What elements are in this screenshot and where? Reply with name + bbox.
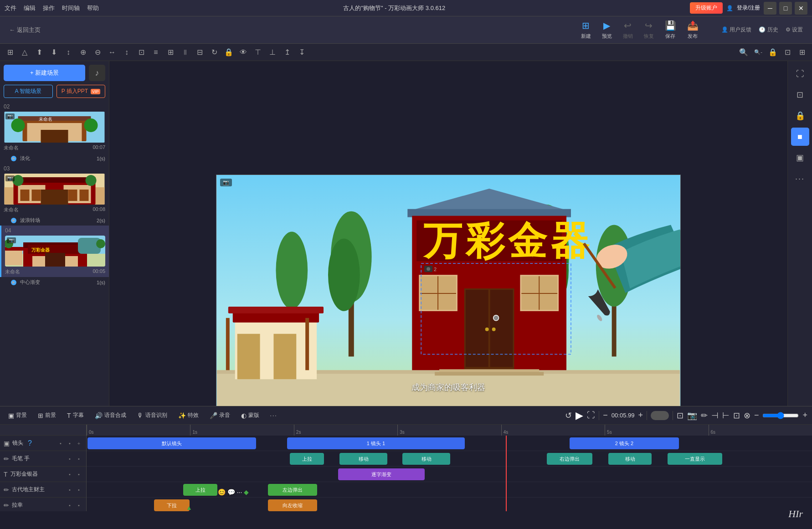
transition-fade[interactable]: ▶ 淡化 1(s) xyxy=(0,153,109,164)
save-button[interactable]: 💾 保存 xyxy=(665,20,676,40)
pb-delete-btn[interactable]: ⊗ xyxy=(744,411,750,421)
ppt-button[interactable]: P 插入PPT VIP xyxy=(57,85,106,98)
track-char-dot1[interactable]: • xyxy=(66,486,73,493)
upgrade-button[interactable]: 升级账户 xyxy=(690,2,723,14)
track-misc-dot1[interactable]: • xyxy=(66,502,73,509)
zoom-out-btn[interactable]: 🔍- xyxy=(752,46,765,59)
back-button[interactable]: ← 返回主页 xyxy=(9,26,41,34)
clip-char-left-spring[interactable]: 左边弹出 xyxy=(268,484,317,496)
flip-v-btn[interactable]: ↕ xyxy=(120,46,133,59)
pb-camera-btn[interactable]: 📷 xyxy=(687,411,697,421)
distribute-h-btn[interactable]: ⫴ xyxy=(179,46,191,59)
rp-fullscreen-btn[interactable]: ⛶ xyxy=(791,65,809,83)
pb-minus-btn[interactable]: − xyxy=(603,411,608,420)
track-char-dot2[interactable]: • xyxy=(75,486,82,493)
rp-more-btn[interactable]: ··· xyxy=(791,169,809,188)
rp-fit-btn[interactable]: ⊡ xyxy=(791,86,809,104)
zoom-in-btn[interactable]: 🔍 xyxy=(737,46,750,59)
tl-mask-btn[interactable]: ◐ 蒙版 xyxy=(237,410,263,421)
tl-fg-btn[interactable]: ⊞ 前景 xyxy=(34,410,60,421)
tl-caption-btn[interactable]: T 字幕 xyxy=(63,410,87,421)
group-btn[interactable]: ⊕ xyxy=(77,46,89,59)
clip-default-camera[interactable]: 默认镜头 xyxy=(87,437,256,449)
pb-split-btn[interactable]: ⊣ xyxy=(711,411,719,421)
pb-play-button[interactable]: ▶ xyxy=(576,410,583,421)
pb-snap-btn[interactable]: ⊡ xyxy=(677,411,684,421)
copy-btn[interactable]: ⊞ xyxy=(4,46,16,59)
music-button[interactable]: ♪ xyxy=(89,65,105,81)
scene-item-04[interactable]: 04 万彩金器 xyxy=(0,226,109,277)
order2-btn[interactable]: ⊥ xyxy=(266,46,279,59)
track-text-dot1[interactable]: • xyxy=(66,471,73,478)
ai-scene-button[interactable]: A 智能场景 xyxy=(4,85,53,98)
track-brush-dot2[interactable]: • xyxy=(75,455,82,462)
rp-panel-btn[interactable]: ▣ xyxy=(791,149,809,167)
track-brush-dot1[interactable]: • xyxy=(66,455,73,462)
undo-button[interactable]: ↩ 撤销 xyxy=(623,20,633,40)
clip-camera-1[interactable]: 1 镜头 1 xyxy=(287,437,465,449)
order4-btn[interactable]: ↧ xyxy=(295,46,308,59)
pb-zoom-out2-btn[interactable]: − xyxy=(754,411,759,420)
clip-brush-move1[interactable]: 移动 xyxy=(339,453,387,465)
maximize-button[interactable]: □ xyxy=(779,2,792,15)
clip-brush-move2[interactable]: 移动 xyxy=(402,453,450,465)
menu-timeline[interactable]: 时间轴 xyxy=(62,4,80,12)
rp-color-btn[interactable]: ■ xyxy=(791,128,809,146)
clip-brush-up[interactable]: 上拉 xyxy=(290,453,324,465)
zoom-slider[interactable] xyxy=(762,412,799,419)
align-bottom-btn[interactable]: ⬇ xyxy=(47,46,60,59)
clip-brush-move3[interactable]: 移动 xyxy=(608,453,652,465)
pb-edit-btn[interactable]: ✏ xyxy=(701,411,708,421)
tl-record-btn[interactable]: 🎤 录音 xyxy=(206,410,234,421)
clip-misc-shrink[interactable]: 向左收缩 xyxy=(268,499,317,511)
track-misc-dot2[interactable]: • xyxy=(75,502,82,509)
flip-h-btn[interactable]: ↔ xyxy=(106,46,118,59)
tl-effects-btn[interactable]: ✨ 特效 xyxy=(175,410,202,421)
track-camera-dot2[interactable]: • xyxy=(66,440,73,447)
menu-operate[interactable]: 操作 xyxy=(43,4,55,12)
transition-wave[interactable]: ▶ 波浪转场 2(s) xyxy=(0,215,109,226)
track-camera-dot1[interactable]: • xyxy=(57,440,64,447)
align-right-btn[interactable]: ⊞ xyxy=(164,46,177,59)
copy2-btn[interactable]: ⊡ xyxy=(781,46,794,59)
tl-more-btn[interactable]: ··· xyxy=(267,411,281,421)
lock-btn[interactable]: 🔒 xyxy=(222,46,235,59)
menu-help[interactable]: 帮助 xyxy=(87,4,99,12)
align-center-btn[interactable]: ↕ xyxy=(62,46,75,59)
rp-lock-btn[interactable]: 🔒 xyxy=(791,107,809,125)
new-button[interactable]: ⊞ 新建 xyxy=(581,20,591,40)
feedback-link[interactable]: 👤 用户反馈 xyxy=(721,26,751,34)
menu-edit[interactable]: 编辑 xyxy=(24,4,36,12)
lock2-btn[interactable]: 🔒 xyxy=(766,46,779,59)
clip-brush-right-spring[interactable]: 右边弹出 xyxy=(547,453,592,465)
paste2-btn[interactable]: ⊞ xyxy=(796,46,808,59)
pb-toggle[interactable] xyxy=(651,411,669,420)
close-button[interactable]: ✕ xyxy=(795,2,807,15)
scene-item-03[interactable]: 03 xyxy=(0,164,109,215)
transition-center[interactable]: ▶ 中心渐变 1(s) xyxy=(0,277,109,288)
hide-btn[interactable]: 👁 xyxy=(237,46,250,59)
pb-sort-btn[interactable]: ⊢ xyxy=(722,411,730,421)
rotate-btn[interactable]: ↻ xyxy=(208,46,221,59)
pb-copy3-btn[interactable]: ⊡ xyxy=(733,411,740,421)
pb-plus-btn[interactable]: + xyxy=(638,411,643,420)
scene-item-02[interactable]: 02 未命名 📷 未命名 xyxy=(0,102,109,153)
publish-button[interactable]: 📤 发布 xyxy=(687,20,699,40)
track-camera-add[interactable]: + xyxy=(75,440,82,447)
tl-bg-btn[interactable]: ▣ 背景 xyxy=(5,410,31,421)
tl-voice-synth-btn[interactable]: 🔊 语音合成 xyxy=(91,410,130,421)
history-link[interactable]: 🕐 历史 xyxy=(759,26,778,34)
tl-voice-recog-btn[interactable]: 🎙 语音识别 xyxy=(134,410,171,421)
clip-text-grad[interactable]: 逐字渐变 xyxy=(338,468,425,480)
order-btn[interactable]: ⊤ xyxy=(252,46,264,59)
help-icon[interactable]: ? xyxy=(28,439,32,447)
track-text-dot2[interactable]: • xyxy=(75,471,82,478)
align-left-btn[interactable]: ≡ xyxy=(149,46,162,59)
order3-btn[interactable]: ↥ xyxy=(281,46,293,59)
pb-fullscreen-btn[interactable]: ⛶ xyxy=(587,411,595,420)
redo-button[interactable]: ↪ 恢复 xyxy=(644,20,654,40)
settings-link[interactable]: ⚙ 设置 xyxy=(786,26,803,34)
clip-brush-always-show[interactable]: 一直显示 xyxy=(668,453,722,465)
ungroup-btn[interactable]: ⊖ xyxy=(91,46,104,59)
crop-btn[interactable]: ⊡ xyxy=(135,46,148,59)
